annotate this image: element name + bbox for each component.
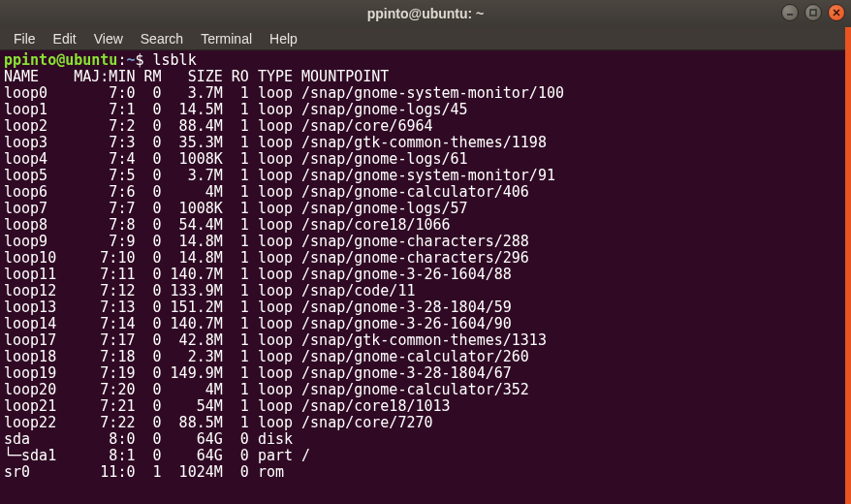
lsblk-row: loop8 7:8 0 54.4M 1 loop /snap/core18/10… <box>4 217 847 234</box>
prompt-line: ppinto@ubuntu:~$ lsblk <box>4 52 847 69</box>
lsblk-row: └─sda1 8:1 0 64G 0 part / <box>4 448 847 464</box>
lsblk-row: loop4 7:4 0 1008K 1 loop /snap/gnome-log… <box>4 151 847 168</box>
lsblk-row: sr0 11:0 1 1024M 0 rom <box>4 464 847 481</box>
lsblk-row: loop17 7:17 0 42.8M 1 loop /snap/gtk-com… <box>4 332 847 349</box>
lsblk-row: loop12 7:12 0 133.9M 1 loop /snap/code/1… <box>4 283 847 299</box>
lsblk-row: loop20 7:20 0 4M 1 loop /snap/gnome-calc… <box>4 382 847 398</box>
menu-search[interactable]: Search <box>133 29 191 48</box>
lsblk-row: loop19 7:19 0 149.9M 1 loop /snap/gnome-… <box>4 365 847 382</box>
lsblk-row: loop2 7:2 0 88.4M 1 loop /snap/core/6964 <box>4 118 847 135</box>
lsblk-row: loop5 7:5 0 3.7M 1 loop /snap/gnome-syst… <box>4 168 847 184</box>
lsblk-row: loop9 7:9 0 14.8M 1 loop /snap/gnome-cha… <box>4 234 847 250</box>
terminal-output[interactable]: ppinto@ubuntu:~$ lsblkNAME MAJ:MIN RM SI… <box>0 50 851 485</box>
lsblk-row: loop18 7:18 0 2.3M 1 loop /snap/gnome-ca… <box>4 349 847 365</box>
lsblk-row: loop0 7:0 0 3.7M 1 loop /snap/gnome-syst… <box>4 85 847 102</box>
menu-help[interactable]: Help <box>262 29 305 48</box>
minimize-button[interactable] <box>781 4 799 21</box>
lsblk-row: loop6 7:6 0 4M 1 loop /snap/gnome-calcul… <box>4 184 847 201</box>
maximize-button[interactable] <box>804 4 822 21</box>
menu-view[interactable]: View <box>86 29 131 48</box>
lsblk-row: sda 8:0 0 64G 0 disk <box>4 431 847 448</box>
lsblk-row: loop13 7:13 0 151.2M 1 loop /snap/gnome-… <box>4 299 847 316</box>
menu-edit[interactable]: Edit <box>46 29 84 48</box>
right-edge-decoration <box>845 27 851 504</box>
lsblk-row: loop21 7:21 0 54M 1 loop /snap/core18/10… <box>4 398 847 415</box>
lsblk-row: loop1 7:1 0 14.5M 1 loop /snap/gnome-log… <box>4 102 847 118</box>
lsblk-row: loop14 7:14 0 140.7M 1 loop /snap/gnome-… <box>4 316 847 332</box>
window-title: ppinto@ubuntu: ~ <box>0 6 851 21</box>
close-icon <box>832 8 841 17</box>
window-titlebar: ppinto@ubuntu: ~ <box>0 0 851 27</box>
close-button[interactable] <box>828 4 845 21</box>
command-text: lsblk <box>153 51 197 69</box>
svg-rect-1 <box>810 10 816 16</box>
prompt-userhost: ppinto@ubuntu <box>4 51 117 69</box>
maximize-icon <box>808 8 818 17</box>
lsblk-row: loop22 7:22 0 88.5M 1 loop /snap/core/72… <box>4 415 847 431</box>
menu-file[interactable]: File <box>6 29 44 48</box>
lsblk-row: loop11 7:11 0 140.7M 1 loop /snap/gnome-… <box>4 267 847 283</box>
lsblk-row: loop7 7:7 0 1008K 1 loop /snap/gnome-log… <box>4 201 847 217</box>
menubar: File Edit View Search Terminal Help <box>0 27 851 50</box>
minimize-icon <box>785 8 795 17</box>
lsblk-header: NAME MAJ:MIN RM SIZE RO TYPE MOUNTPOINT <box>4 69 847 85</box>
lsblk-row: loop3 7:3 0 35.3M 1 loop /snap/gtk-commo… <box>4 135 847 151</box>
menu-terminal[interactable]: Terminal <box>193 29 260 48</box>
window-controls <box>781 4 845 21</box>
lsblk-row: loop10 7:10 0 14.8M 1 loop /snap/gnome-c… <box>4 250 847 267</box>
prompt-sigil: $ <box>135 51 152 69</box>
